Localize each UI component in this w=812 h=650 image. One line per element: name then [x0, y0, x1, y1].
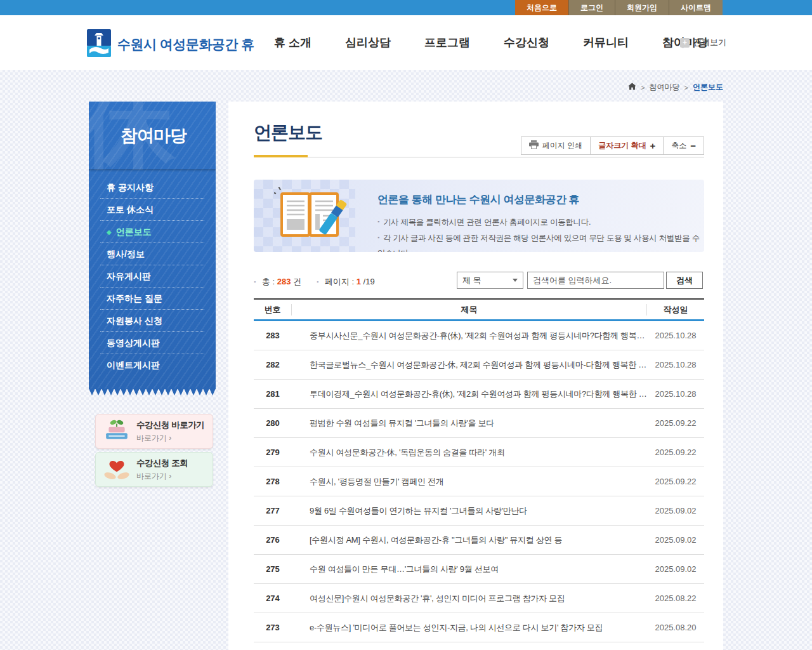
- nav-item-about[interactable]: 휴 소개: [274, 35, 311, 50]
- breadcrumb-separator: >: [641, 84, 645, 91]
- login-link[interactable]: 로그인: [568, 0, 615, 15]
- sitemap-link[interactable]: 사이트맵: [669, 0, 723, 15]
- table-row[interactable]: 275수원 여성들이 만든 무대…'그녀들의 사랑' 9월 선보여2025.09…: [254, 555, 704, 584]
- title-underline: [254, 157, 704, 157]
- search-category-select[interactable]: 제 목: [457, 272, 523, 289]
- search-controls: 제 목 검색: [457, 272, 703, 289]
- breadcrumb-separator: >: [684, 84, 688, 91]
- table-row[interactable]: 273e-수원뉴스] '미디어로 풀어보는 성인지-지금, 나의 시선으로 다시…: [254, 613, 704, 642]
- chevron-down-icon: [513, 279, 518, 282]
- article-link[interactable]: 수원시, '평등명절 만들기' 캠페인 전개: [292, 476, 647, 488]
- article-link[interactable]: 평범한 수원 여성들의 뮤지컬 '그녀들의 사랑'을 보다: [292, 418, 647, 429]
- site-logo[interactable]: 수원시 여성문화공간 휴: [87, 29, 254, 60]
- table-row[interactable]: 276[수원시정 AM] 수원시, 여성문화공간-휴 "그녀들의 사랑" 뮤지컬…: [254, 526, 704, 555]
- table-row[interactable]: 280평범한 수원 여성들의 뮤지컬 '그녀들의 사랑'을 보다2025.09.…: [254, 409, 704, 438]
- article-link[interactable]: e-수원뉴스] '미디어로 풀어보는 성인지-지금, 나의 시선으로 다시 보기…: [292, 622, 647, 633]
- nav-item-community[interactable]: 커뮤니티: [583, 35, 629, 50]
- col-header-no: 번호: [254, 304, 292, 315]
- banner-bullet: 각 기사 글과 사진 등에 관한 저작권은 해당 언론사에 있으며 무단 도용 …: [377, 230, 704, 252]
- table-row[interactable]: 279수원시 여성문화공간-休, '독립운동의 숨결을 따라' 개최2025.0…: [254, 438, 704, 467]
- lighthouse-logo-icon: [87, 29, 111, 60]
- open-magazine-pen-icon: [274, 187, 353, 248]
- books-sprout-icon: [103, 417, 130, 446]
- plus-icon: +: [650, 140, 655, 151]
- main-content-panel: 언론보도 페이지 인쇄 글자크기 확대 + 축소 −: [228, 102, 723, 650]
- minus-icon: −: [690, 140, 696, 151]
- page-title: 언론보도: [254, 121, 322, 145]
- sidebar-item-notice[interactable]: ◆휴 공지사항: [100, 176, 204, 199]
- banner-title: 언론을 통해 만나는 수원시 여성문화공간 휴: [377, 192, 579, 207]
- nav-item-enrollment[interactable]: 수강신청: [504, 35, 549, 50]
- sidebar-item-free-board[interactable]: ◆자유게시판: [100, 265, 204, 288]
- table-row[interactable]: 278수원시, '평등명절 만들기' 캠페인 전개2025.09.22: [254, 467, 704, 496]
- all-menu-button[interactable]: + 전체보기: [680, 15, 726, 70]
- plus-icon: +: [680, 38, 690, 48]
- banner-bullet-list: 기사 제목을 클릭하시면 관련 언론사 홈페이지로 이동합니다. 각 기사 글과…: [377, 214, 704, 252]
- breadcrumb-level1[interactable]: 참여마당: [650, 82, 680, 93]
- sidebar-title: 참여마당: [121, 124, 187, 147]
- breadcrumb-current: 언론보도: [693, 82, 723, 93]
- home-icon[interactable]: [628, 83, 636, 92]
- quicklink-title: 수강신청 조회: [136, 458, 188, 469]
- font-shrink-button[interactable]: 축소 −: [664, 136, 704, 155]
- article-link[interactable]: [수원시정 AM] 수원시, 여성문화공간-휴 "그녀들의 사랑" 뮤지컬 상연…: [292, 534, 647, 546]
- sidebar-item-photo-news[interactable]: ◆포토 休소식: [100, 199, 204, 221]
- col-header-date: 작성일: [647, 304, 704, 315]
- search-input[interactable]: [527, 272, 664, 289]
- table-row[interactable]: 281투데이경제_수원시 여성문화공간-휴(休), '제2회 수원여성과 함께 …: [254, 380, 704, 409]
- sidebar-zigzag-edge: [89, 388, 216, 396]
- signup-link[interactable]: 회원가입: [615, 0, 669, 15]
- printer-icon: [529, 140, 539, 151]
- font-enlarge-button[interactable]: 글자크기 확대 +: [591, 136, 664, 155]
- title-accent-bar: [254, 155, 308, 157]
- table-row[interactable]: 282한국글로벌뉴스_수원시 여성문화공간-休, 제2회 수원여성과 함께 평등…: [254, 350, 704, 380]
- article-link[interactable]: 수원 여성들이 만든 무대…'그녀들의 사랑' 9월 선보여: [292, 564, 647, 575]
- press-board-table: 번호 제목 작성일 283중부시사신문_수원시 여성문화공간-휴(休), '제2…: [254, 298, 704, 642]
- page-tools: 페이지 인쇄 글자크기 확대 + 축소 −: [521, 136, 704, 155]
- article-link[interactable]: 투데이경제_수원시 여성문화공간-휴(休), '제2회 수원여성과 함께 평등시…: [292, 388, 647, 400]
- article-link[interactable]: 중부시사신문_수원시 여성문화공간-휴(休), '제2회 수원여성과 함께 평등…: [292, 330, 647, 342]
- enrollment-lookup-card[interactable]: 수강신청 조회 바로가기 ›: [95, 452, 213, 487]
- table-header: 번호 제목 작성일: [254, 298, 704, 321]
- table-row[interactable]: 283중부시사신문_수원시 여성문화공간-휴(休), '제2회 수원여성과 함께…: [254, 321, 704, 350]
- print-page-button[interactable]: 페이지 인쇄: [521, 136, 591, 155]
- article-link[interactable]: 9월 6일 수원여성들이 연기하는 뮤지컬 '그녀들의 사랑'만난다: [292, 505, 647, 517]
- total-count: 총 : 283 건: [254, 276, 301, 288]
- top-utility-links: 처음으로 로그인 회원가입 사이트맵: [515, 0, 723, 15]
- quicklink-go-label: 바로가기 ›: [136, 433, 204, 444]
- col-header-title: 제목: [292, 304, 647, 315]
- table-row[interactable]: 274여성신문]수원시 여성문화공간 '휴', 성인지 미디어 프로그램 참가자…: [254, 584, 704, 613]
- list-info: 총 : 283 건 페이지 : 1 /19: [254, 276, 375, 288]
- hands-heart-icon: [103, 455, 130, 484]
- home-link[interactable]: 처음으로: [515, 0, 568, 15]
- nav-item-counseling[interactable]: 심리상담: [345, 35, 391, 50]
- all-menu-label: 전체보기: [693, 37, 726, 48]
- site-title: 수원시 여성문화공간 휴: [117, 36, 254, 53]
- sidebar-item-events[interactable]: ◆행사/정보: [100, 243, 204, 265]
- sidebar-title-area: 休 참여마당: [89, 102, 216, 170]
- sidebar: 休 참여마당 ◆휴 공지사항 ◆포토 休소식 ◆언론보도 ◆행사/정보 ◆자유게…: [89, 102, 216, 389]
- sidebar-item-press[interactable]: ◆언론보도: [100, 221, 204, 243]
- sidebar-menu: ◆휴 공지사항 ◆포토 休소식 ◆언론보도 ◆행사/정보 ◆자유게시판 ◆자주하…: [89, 170, 216, 389]
- nav-item-programs[interactable]: 프로그램: [424, 35, 470, 50]
- top-utility-bar: 처음으로 로그인 회원가입 사이트맵: [0, 0, 812, 15]
- quicklink-go-label: 바로가기 ›: [136, 471, 188, 482]
- article-link[interactable]: 여성신문]수원시 여성문화공간 '휴', 성인지 미디어 프로그램 참가자 모집: [292, 593, 647, 604]
- global-nav: 휴 소개 심리상담 프로그램 수강신청 커뮤니티 참여마당: [274, 15, 708, 70]
- sidebar-item-video-board[interactable]: ◆동영상게시판: [100, 332, 204, 354]
- sidebar-item-volunteer[interactable]: ◆자원봉사 신청: [100, 310, 204, 332]
- site-header: 수원시 여성문화공간 휴 휴 소개 심리상담 프로그램 수강신청 커뮤니티 참여…: [0, 15, 812, 70]
- page-indicator: 페이지 : 1 /19: [317, 276, 375, 288]
- table-row[interactable]: 2779월 6일 수원여성들이 연기하는 뮤지컬 '그녀들의 사랑'만난다202…: [254, 496, 704, 526]
- search-button[interactable]: 검색: [666, 272, 703, 289]
- sidebar-item-event-board[interactable]: ◆이벤트게시판: [100, 354, 204, 376]
- breadcrumb: > 참여마당 > 언론보도: [628, 82, 723, 93]
- article-link[interactable]: 수원시 여성문화공간-休, '독립운동의 숨결을 따라' 개최: [292, 447, 647, 458]
- article-link[interactable]: 한국글로벌뉴스_수원시 여성문화공간-休, 제2회 수원여성과 함께 평등시네마…: [292, 359, 647, 371]
- enrollment-shortcut-card[interactable]: 수강신청 바로가기 바로가기 ›: [95, 414, 213, 449]
- diamond-bullet-icon: ◆: [107, 221, 112, 243]
- sidebar-item-faq[interactable]: ◆자주하는 질문: [100, 288, 204, 310]
- press-info-banner: 언론을 통해 만나는 수원시 여성문화공간 휴 기사 제목을 클릭하시면 관련 …: [254, 180, 704, 252]
- quicklink-title: 수강신청 바로가기: [136, 420, 204, 431]
- banner-bullet: 기사 제목을 클릭하시면 관련 언론사 홈페이지로 이동합니다.: [377, 214, 704, 230]
